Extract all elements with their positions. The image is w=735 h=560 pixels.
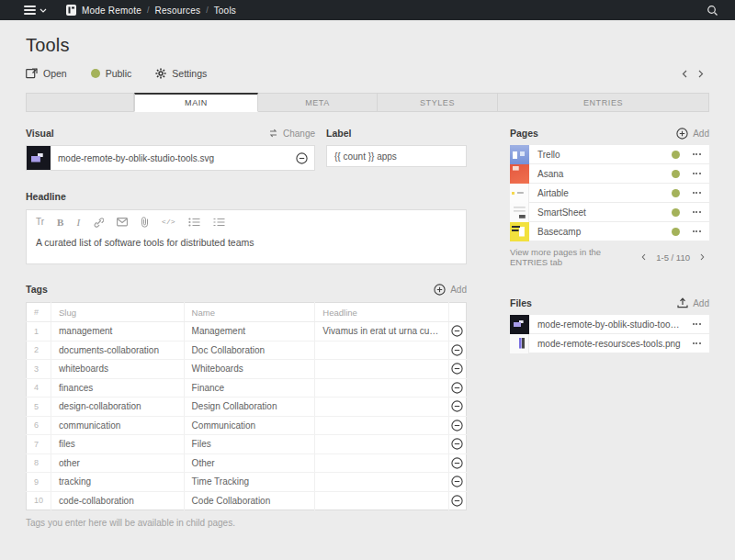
tab[interactable]: STYLES	[378, 93, 498, 112]
more-menu-icon[interactable]	[689, 323, 709, 325]
page-thumbnail	[510, 164, 529, 184]
published-status-dot	[672, 228, 680, 236]
label-input[interactable]	[326, 145, 467, 167]
pagination-next-icon[interactable]	[695, 252, 709, 262]
more-menu-icon[interactable]	[689, 230, 709, 232]
tag-name-cell[interactable]: Code Collaboration	[184, 491, 315, 510]
more-menu-icon[interactable]	[689, 153, 709, 155]
visual-file-row[interactable]: mode-remote-by-oblik-studio-tools.svg	[26, 145, 315, 171]
remove-tag-button[interactable]	[448, 398, 466, 417]
breadcrumb-item-site[interactable]: Mode Remote	[82, 6, 141, 16]
topbar: Mode Remote / Resources / Tools	[0, 0, 735, 20]
change-visual-button[interactable]: Change	[268, 129, 315, 139]
page-name: SmartSheet	[529, 207, 672, 218]
list-item[interactable]: mode-remote-by-oblik-studio-tools.svg	[510, 315, 709, 334]
search-icon[interactable]	[705, 3, 720, 18]
remove-tag-button[interactable]	[448, 378, 466, 398]
tab[interactable]: MAIN	[134, 93, 258, 112]
email-button[interactable]	[117, 218, 128, 227]
tag-slug-cell[interactable]: files	[51, 435, 185, 454]
remove-tag-button[interactable]	[448, 416, 466, 435]
more-menu-icon[interactable]	[689, 192, 709, 194]
tag-name-cell[interactable]: Whiteboards	[184, 360, 315, 379]
page-thumbnail	[510, 184, 529, 203]
tag-slug-cell[interactable]: tracking	[51, 473, 185, 492]
tag-name-cell[interactable]: Files	[184, 435, 315, 454]
tag-slug-cell[interactable]: whiteboards	[51, 360, 185, 379]
remove-visual-button[interactable]	[289, 152, 314, 164]
add-page-button[interactable]: Add	[676, 128, 709, 140]
list-item[interactable]: SmartSheet	[510, 203, 709, 222]
prev-page-chevron-icon[interactable]	[676, 68, 693, 80]
tag-headline-cell[interactable]	[315, 473, 448, 492]
italic-button[interactable]: I	[76, 218, 80, 228]
tag-headline-cell[interactable]	[315, 341, 448, 360]
tag-slug-cell[interactable]: communication	[51, 416, 185, 435]
pagination-prev-icon[interactable]	[637, 252, 650, 262]
tag-headline-cell[interactable]	[315, 378, 448, 398]
list-item[interactable]: mode-remote-resoursces-tools.png	[510, 334, 709, 353]
attachment-button[interactable]	[141, 217, 149, 228]
remove-tag-button[interactable]	[448, 435, 466, 454]
remove-tag-button[interactable]	[448, 322, 466, 342]
tag-headline-cell[interactable]	[315, 491, 448, 510]
label-field: Label	[326, 127, 467, 171]
remove-tag-button[interactable]	[448, 454, 466, 473]
headline-text[interactable]: A curated list of software tools for dis…	[27, 231, 466, 253]
tag-name-cell[interactable]: Design Collaboration	[184, 398, 315, 417]
remove-tag-button[interactable]	[448, 473, 466, 492]
chevron-down-icon	[40, 8, 47, 13]
minus-circle-icon	[451, 344, 463, 356]
tag-headline-cell[interactable]: Vivamus in erat ut urna cursus vestibul.…	[315, 322, 448, 342]
tag-slug-cell[interactable]: finances	[51, 378, 185, 398]
tag-name-cell[interactable]: Time Tracking	[184, 473, 315, 492]
breadcrumb-item-tools[interactable]: Tools	[214, 6, 236, 16]
link-button[interactable]	[93, 218, 104, 228]
list-item[interactable]: Trello	[510, 145, 709, 164]
tag-slug-cell[interactable]: code-collaboration	[51, 491, 185, 510]
upload-file-label: Add	[693, 298, 709, 308]
bullet-list-button[interactable]	[188, 218, 200, 227]
list-item[interactable]: Basecamp	[510, 222, 709, 241]
headline-editor[interactable]: Tr B I	[26, 209, 467, 264]
tab[interactable]: ENTRIES	[498, 93, 709, 112]
more-menu-icon[interactable]	[689, 211, 709, 213]
tag-headline-cell[interactable]	[315, 435, 448, 454]
tag-name-cell[interactable]: Communication	[184, 416, 315, 435]
remove-tag-button[interactable]	[448, 341, 466, 360]
more-menu-icon[interactable]	[689, 342, 709, 344]
tag-headline-cell[interactable]	[315, 398, 448, 417]
remove-tag-button[interactable]	[448, 491, 466, 510]
main-menu-button[interactable]	[24, 6, 47, 15]
tag-headline-cell[interactable]	[315, 416, 448, 435]
tag-headline-cell[interactable]	[315, 360, 448, 379]
more-menu-icon[interactable]	[689, 173, 709, 174]
tab[interactable]: META	[258, 93, 378, 112]
upload-file-button[interactable]: Add	[677, 297, 709, 308]
code-button[interactable]: </>	[162, 218, 175, 226]
open-window-icon	[26, 68, 38, 79]
remove-tag-button[interactable]	[448, 360, 466, 379]
main-form: Visual Change mode-remote-by-oblik-studi…	[26, 127, 467, 528]
tag-name-cell[interactable]: Finance	[184, 378, 315, 398]
tag-slug-cell[interactable]: design-collaboration	[51, 398, 185, 417]
visibility-status[interactable]: Public	[91, 68, 132, 79]
tags-field: Tags Add # Slug Name Headline	[26, 283, 467, 528]
list-item[interactable]: Airtable	[510, 184, 709, 203]
tag-name-cell[interactable]: Management	[184, 322, 315, 342]
tag-headline-cell[interactable]	[315, 454, 448, 473]
bold-button[interactable]: B	[57, 218, 63, 228]
next-page-chevron-icon[interactable]	[693, 68, 709, 80]
tag-name-cell[interactable]: Other	[184, 454, 315, 473]
breadcrumb-item-resources[interactable]: Resources	[155, 6, 201, 16]
tag-slug-cell[interactable]: management	[51, 322, 185, 342]
tag-slug-cell[interactable]: other	[51, 454, 185, 473]
add-tag-button[interactable]: Add	[434, 284, 467, 296]
tag-name-cell[interactable]: Doc Collaboration	[184, 341, 315, 360]
ordered-list-button[interactable]	[213, 218, 225, 227]
list-item[interactable]: Asana	[510, 164, 709, 184]
text-format-button[interactable]: Tr	[36, 218, 44, 227]
settings-button[interactable]: Settings	[155, 68, 207, 79]
tag-slug-cell[interactable]: documents-collaboration	[51, 341, 185, 360]
open-button[interactable]: Open	[26, 68, 67, 79]
